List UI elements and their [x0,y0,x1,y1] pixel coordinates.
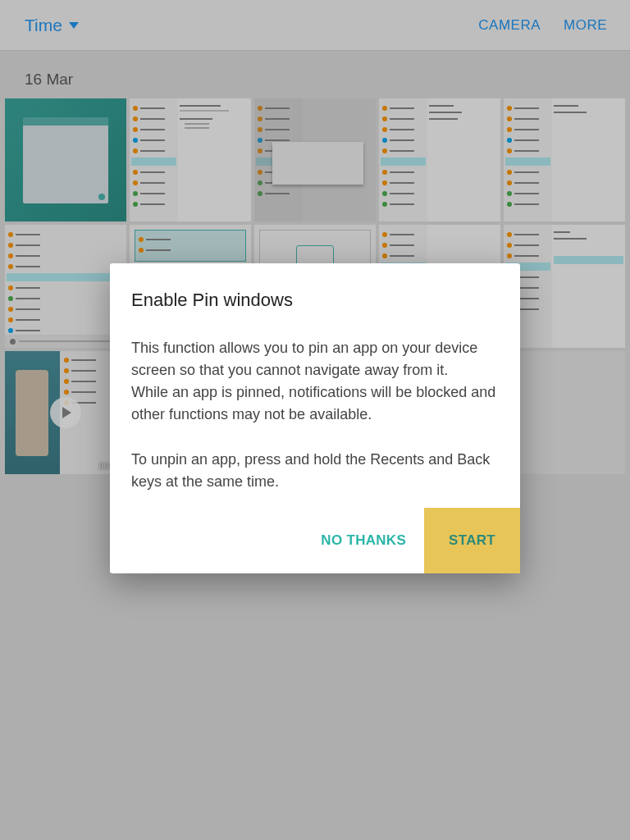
dialog-paragraph: To unpin an app, press and hold the Rece… [131,449,499,493]
start-button[interactable]: START [424,508,520,573]
dialog-paragraph: This function allows you to pin an app o… [131,337,499,426]
no-thanks-button[interactable]: NO THANKS [303,508,424,573]
pin-windows-dialog: Enable Pin windows This function allows … [110,263,520,573]
modal-overlay: Enable Pin windows This function allows … [0,0,630,840]
dialog-body: This function allows you to pin an app o… [131,337,499,493]
dialog-title: Enable Pin windows [131,290,499,311]
dialog-actions: NO THANKS START [110,508,520,573]
